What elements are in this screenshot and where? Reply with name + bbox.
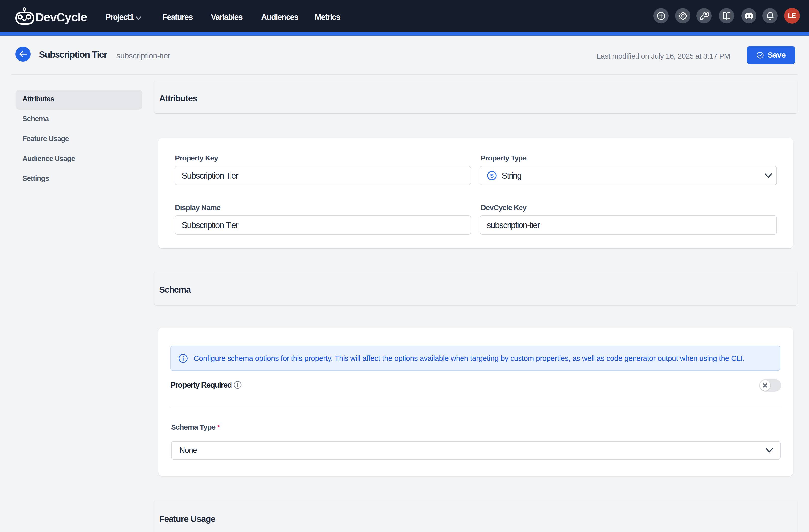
svg-text:S: S (490, 173, 494, 179)
